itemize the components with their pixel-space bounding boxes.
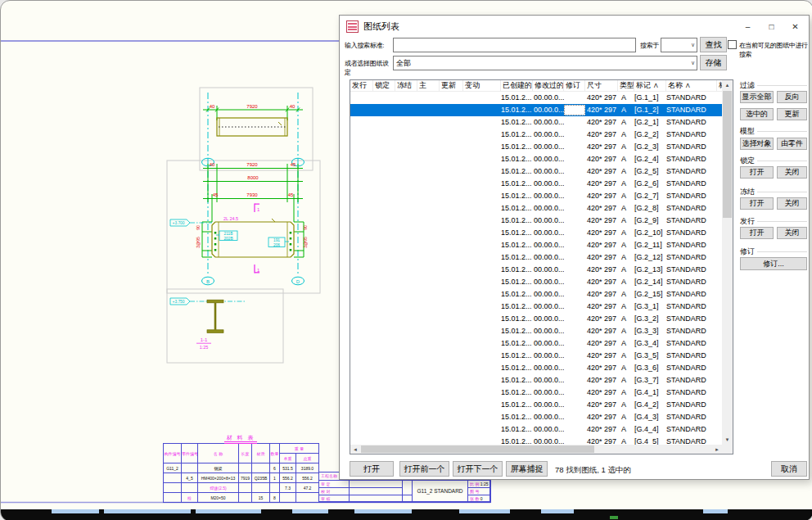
revision-group-title: 修订 (740, 247, 807, 255)
table-row[interactable]: 15.01.2... 00.00.0... 420* 297 A [G.3_2]… (350, 313, 733, 325)
materials-row: 焊缝(2.5) 7.347.2 (164, 483, 319, 493)
table-row[interactable]: 15.01.2... 00.00.0... 420* 297 A [G.2_4]… (350, 153, 733, 165)
table-row[interactable]: 15.01.2... 00.00.0... 420* 297 A [G.4_4]… (350, 423, 733, 436)
model-group: 模型 选择对象 由零件 (740, 127, 807, 135)
invert-button[interactable]: 反向 (777, 91, 807, 103)
open-previous-button[interactable]: 打开前一个 (399, 461, 449, 477)
table-row[interactable]: 15.01.2... 00.00.0... 420* 297 A [G.2_8]… (350, 202, 733, 215)
freeze-on-button[interactable]: 打开 (740, 197, 774, 210)
svg-text:1: 1 (257, 207, 260, 212)
table-row[interactable]: 15.01.2... 00.00.0... 420* 297 A [G.3_5]… (350, 350, 733, 362)
save-button[interactable]: 存储 (700, 55, 727, 70)
by-parts-button[interactable]: 由零件 (777, 138, 807, 150)
open-next-button[interactable]: 打开下一个 (453, 461, 503, 477)
svg-text:191: 191 (273, 238, 280, 242)
svg-text:90: 90 (303, 225, 308, 230)
table-row[interactable]: 15.01.2... 00.00.0... 420* 297 A [G.2_10… (350, 227, 733, 239)
scroll-down-icon[interactable]: ▼ (722, 435, 733, 445)
minimize-icon[interactable]: – (736, 16, 760, 37)
horizontal-scroll-thumb[interactable] (361, 445, 594, 453)
issue-on-button[interactable]: 打开 (740, 227, 774, 239)
preset-dropdown[interactable]: 全部∨ (393, 56, 697, 70)
table-row[interactable]: 15.01.2... 00.00.0... 420* 297 A [G.2_3]… (350, 141, 733, 153)
drawing-list-dialog: 图纸列表 – □ ✕ 输入搜索标准: 搜索于 ∨ 查找 在当前可见的图纸中进行搜… (339, 15, 810, 480)
table-row[interactable]: 15.01.2... 00.00.0... 420* 297 A [G.2_5]… (350, 165, 733, 178)
svg-text:3@95: 3@95 (303, 237, 308, 248)
show-all-button[interactable]: 显示全部 (740, 91, 774, 103)
table-row[interactable]: 15.01.2... 00.00.0... 420* 297 A [G.4_1]… (350, 387, 733, 399)
elev-dim-r3-left: 45 (213, 192, 219, 197)
section-label: 1-1 (201, 337, 208, 342)
table-row[interactable]: 15.01.2... 00.00.0... 420* 297 A [G.1_1]… (350, 92, 733, 104)
search-visible-checkbox[interactable] (728, 40, 737, 49)
table-row[interactable]: 15.01.2... 00.00.0... 420* 297 A [G.2_13… (350, 264, 733, 276)
table-row[interactable]: 15.01.2... 00.00.0... 420* 297 A [G.2_6]… (350, 178, 733, 190)
update-button[interactable]: 更新 (777, 108, 807, 120)
revision-button[interactable]: 修订... (740, 257, 807, 270)
table-row[interactable]: 15.01.2... 00.00.0... 420* 297 A [G.3_1]… (350, 301, 733, 313)
table-row[interactable]: 15.01.2... 00.00.0... 420* 297 A [G.1_2]… (350, 104, 733, 116)
grid-label-right: D (296, 279, 300, 284)
table-row[interactable]: 15.01.2... 00.00.0... 420* 297 A [G.2_9]… (350, 215, 733, 227)
issue-group-title: 发行 (740, 217, 807, 225)
dialog-titlebar[interactable]: 图纸列表 – □ ✕ (340, 16, 809, 37)
close-icon[interactable]: ✕ (783, 16, 807, 37)
table-row[interactable]: 15.01.2... 00.00.0... 420* 297 A [G.2_14… (350, 276, 733, 288)
table-row[interactable]: 15.01.2... 00.00.0... 420* 297 A [G.4_2]… (350, 399, 733, 411)
elev-dim-side-top: 90 (196, 225, 201, 230)
grid-label-left: B (206, 279, 210, 284)
issue-off-button[interactable]: 关闭 (777, 227, 807, 239)
scroll-left-icon[interactable]: ◄ (350, 445, 360, 454)
lock-group: 锁定 打开 关闭 (740, 156, 807, 165)
scroll-up-icon[interactable]: ▲ (722, 80, 733, 90)
elev-dim-side-mid: 3@95 (196, 237, 201, 248)
drawing-name: G11_2 STANDARD (413, 481, 468, 504)
cancel-button[interactable]: 取消 (771, 461, 807, 477)
table-row[interactable]: 15.01.2... 00.00.0... 420* 297 A [G.3_6]… (350, 362, 733, 374)
table-row[interactable]: 15.01.2... 00.00.0... 420* 297 A [G.2_12… (350, 251, 733, 264)
elevation-flag: +3.700 (170, 219, 212, 226)
open-button[interactable]: 打开 (350, 461, 394, 477)
table-row[interactable]: 15.01.2... 00.00.0... 420* 297 A [G.3_4]… (350, 337, 733, 350)
freeze-off-button[interactable]: 关闭 (777, 197, 807, 210)
status-text: 78 找到图纸, 1 选中的 (555, 465, 631, 476)
application-screen: B D 40 7920 40 (0, 0, 812, 520)
table-row[interactable]: 15.01.2... 00.00.0... 420* 297 A [G.2_15… (350, 288, 733, 301)
selected-button[interactable]: 选中的 (740, 108, 774, 120)
table-row[interactable]: 15.01.2... 00.00.0... 420* 297 A [G.2_2]… (350, 129, 733, 141)
lock-on-button[interactable]: 打开 (740, 166, 774, 179)
plan-dim-left: 40 (210, 104, 215, 109)
lock-off-button[interactable]: 关闭 (777, 166, 807, 179)
bottom-taskbar-strip (1, 509, 812, 520)
table-row[interactable]: 15.01.2... 00.00.0... 420* 297 A [G.2_1]… (350, 116, 733, 129)
vertical-scrollbar[interactable]: ▲ ▼ (722, 80, 733, 445)
scroll-right-icon[interactable]: ► (712, 445, 722, 454)
search-in-dropdown[interactable]: ∨ (661, 38, 697, 52)
find-button[interactable]: 查找 (700, 37, 727, 52)
select-objects-button[interactable]: 选择对象 (740, 138, 774, 150)
freeze-group: 冻结 打开 关闭 (740, 188, 807, 196)
materials-row: 4_5HM400×200×8×137919 Q235B1556.2556.2 (164, 473, 319, 483)
table-row[interactable]: 15.01.2... 00.00.0... 420* 297 A [G.4_3]… (350, 411, 733, 423)
issue-group: 发行 打开 关闭 (740, 217, 807, 225)
snapshot-button[interactable]: 屏幕捕捉 (506, 461, 548, 477)
drawing-list-header[interactable]: 发行锁定 冻结主 更新变动 已创建的修改过的 修订尺寸 类型标记 ∧ 名称 ∧标 (350, 80, 733, 92)
chevron-down-icon: ∨ (691, 60, 695, 66)
elev-dim-total: 8000 (247, 175, 259, 180)
table-row[interactable]: 15.01.2... 00.00.0... 420* 297 A [G.2_11… (350, 239, 733, 251)
plan-view: 40 7920 40 (203, 104, 303, 136)
horizontal-scrollbar[interactable]: ◄ ► (350, 445, 722, 454)
svg-text:206: 206 (273, 243, 280, 247)
filter-group-title: 过滤 (740, 81, 807, 89)
filter-group: 过滤 显示全部 反向 选中的 更新 (740, 81, 807, 89)
table-row[interactable]: 15.01.2... 00.00.0... 420* 297 A [G.2_7]… (350, 190, 733, 202)
vertical-scroll-thumb[interactable] (723, 91, 732, 218)
table-row[interactable]: 15.01.2... 00.00.0... 420* 297 A [G.3_3]… (350, 325, 733, 337)
svg-text:1: 1 (257, 268, 260, 273)
svg-text:211B: 211B (224, 232, 233, 236)
maximize-icon[interactable]: □ (760, 16, 783, 37)
search-input[interactable] (393, 38, 636, 52)
table-row[interactable]: 15.01.2... 00.00.0... 420* 297 A [G.3_7]… (350, 374, 733, 387)
elev-dim-r1-mid: 7920 (246, 162, 258, 167)
view-frames (167, 88, 320, 363)
